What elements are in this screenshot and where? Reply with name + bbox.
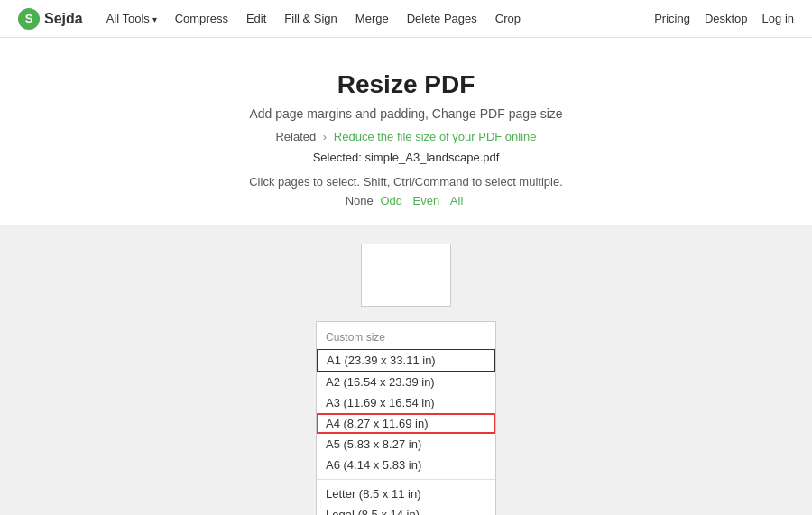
nav-edit[interactable]: Edit bbox=[239, 8, 273, 29]
nav-right: Pricing Desktop Log in bbox=[654, 12, 794, 25]
related-link[interactable]: Reduce the file size of your PDF online bbox=[334, 130, 537, 143]
selected-filename: simple_A3_landscape.pdf bbox=[364, 151, 499, 164]
page-thumbnail bbox=[361, 244, 451, 307]
dropdown-panel: Custom size A1 (23.39 x 33.11 in) A2 (16… bbox=[316, 321, 496, 515]
dropdown-option-a6[interactable]: A6 (4.14 x 5.83 in) bbox=[317, 455, 495, 475]
dropdown-option-a2[interactable]: A2 (16.54 x 23.39 in) bbox=[317, 372, 495, 392]
logo-icon: S bbox=[18, 8, 40, 30]
gray-area: Custom size A1 (23.39 x 33.11 in) A2 (16… bbox=[0, 225, 812, 515]
nav-pricing[interactable]: Pricing bbox=[654, 12, 690, 25]
nav-delete-pages[interactable]: Delete Pages bbox=[400, 8, 484, 29]
related-chevron-icon: › bbox=[323, 130, 327, 143]
related-line: Related › Reduce the file size of your P… bbox=[18, 130, 794, 143]
dropdown-option-a5[interactable]: A5 (5.83 x 8.27 in) bbox=[317, 434, 495, 455]
instruction-text: Click pages to select. Shift, Ctrl/Comma… bbox=[18, 175, 794, 189]
main-content: Resize PDF Add page margins and padding,… bbox=[0, 38, 812, 207]
odd-link[interactable]: Odd bbox=[380, 194, 402, 207]
dropdown-option-letter[interactable]: Letter (8.5 x 11 in) bbox=[317, 483, 495, 504]
even-link[interactable]: Even bbox=[413, 194, 440, 207]
navbar: S Sejda All Tools Compress Edit Fill & S… bbox=[0, 0, 812, 38]
related-label: Related bbox=[275, 130, 316, 143]
nav-all-tools[interactable]: All Tools bbox=[99, 8, 164, 29]
logo-text: Sejda bbox=[44, 11, 83, 27]
nav-fill-sign[interactable]: Fill & Sign bbox=[277, 8, 345, 29]
dropdown-option-a1[interactable]: A1 (23.39 x 33.11 in) bbox=[317, 349, 495, 372]
page-select-links: None Odd Even All bbox=[18, 194, 794, 207]
all-link[interactable]: All bbox=[450, 194, 463, 207]
nav-crop[interactable]: Crop bbox=[488, 8, 528, 29]
dropdown-label: Custom size bbox=[317, 331, 495, 349]
dropdown-option-a3[interactable]: A3 (11.69 x 16.54 in) bbox=[317, 392, 495, 413]
selected-file-line: Selected: simple_A3_landscape.pdf bbox=[18, 151, 794, 164]
nav-items: All Tools Compress Edit Fill & Sign Merg… bbox=[99, 8, 654, 29]
dropdown-divider bbox=[317, 479, 495, 480]
dropdown-option-a4[interactable]: A4 (8.27 x 11.69 in) bbox=[317, 413, 495, 434]
nav-compress[interactable]: Compress bbox=[168, 8, 235, 29]
selected-label: Selected: bbox=[313, 151, 362, 164]
nav-merge[interactable]: Merge bbox=[348, 8, 396, 29]
page-title: Resize PDF bbox=[18, 70, 794, 99]
nav-login[interactable]: Log in bbox=[762, 12, 794, 25]
logo[interactable]: S Sejda bbox=[18, 8, 83, 30]
page-subtitle: Add page margins and padding, Change PDF… bbox=[18, 106, 794, 121]
dropdown-option-legal[interactable]: Legal (8.5 x 14 in) bbox=[317, 504, 495, 515]
none-label: None bbox=[346, 194, 374, 207]
nav-desktop[interactable]: Desktop bbox=[705, 12, 748, 25]
